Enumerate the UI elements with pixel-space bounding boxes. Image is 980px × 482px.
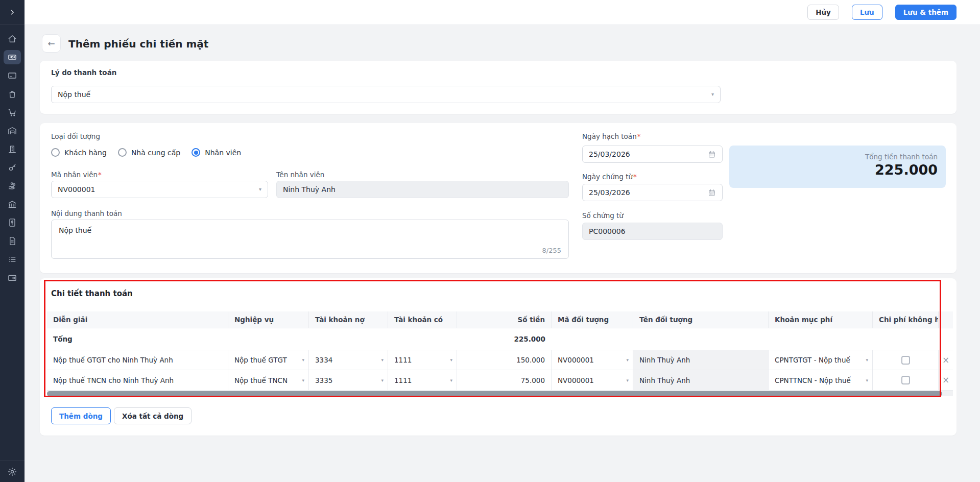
delete-row-icon[interactable]: × — [942, 376, 949, 384]
total-amount-value: 225.000 — [737, 162, 938, 178]
detail-section-title: Chi tiết thanh toán — [51, 289, 133, 298]
document-number-value: PC000006 — [589, 227, 716, 235]
horizontal-scrollbar[interactable] — [47, 391, 953, 396]
chevron-down-icon: ▾ — [711, 92, 714, 97]
sidebar-item-cash[interactable] — [0, 48, 25, 66]
delete-row-icon[interactable]: × — [942, 356, 949, 365]
cell-operation-select[interactable]: Nộp thuế GTGT▾ — [228, 350, 309, 370]
accounting-date-label: Ngày hạch toán* — [582, 132, 640, 140]
cancel-button[interactable]: Hủy — [807, 5, 839, 20]
sidebar-item-company[interactable] — [0, 140, 25, 158]
col-expense-item: Khoản mục phí — [769, 311, 873, 328]
sidebar-expand-button[interactable] — [0, 0, 25, 25]
key-icon — [7, 162, 17, 173]
col-invalid-expense: Chi phí không hợp — [873, 311, 939, 328]
table-row: Nộp thuế TNCN cho Ninh Thuỳ Anh Nộp thuế… — [47, 370, 953, 391]
col-amount: Số tiền — [457, 311, 552, 328]
arrow-left-icon: ← — [47, 38, 55, 49]
cell-amount[interactable]: 75.000 — [457, 370, 552, 390]
cell-invalid-expense — [873, 350, 939, 370]
sidebar — [0, 0, 25, 482]
chevron-down-icon: ▾ — [626, 378, 629, 383]
payment-content-value: Nộp thuế — [59, 226, 91, 234]
detail-table: Diễn giải Nghiệp vụ Tài khoản nợ Tài kho… — [47, 311, 953, 396]
sidebar-item-documents[interactable] — [0, 232, 25, 250]
radio-icon — [51, 148, 60, 157]
delete-all-rows-button[interactable]: Xóa tất cả dòng — [114, 407, 192, 424]
cell-delete: × — [939, 370, 953, 390]
radio-icon-selected — [192, 148, 200, 157]
accounting-date-input[interactable]: 25/03/2026 — [582, 146, 723, 163]
cash-icon — [7, 52, 17, 62]
cell-expense-item-select[interactable]: CPNTGTGT - Nộp thuế▾ — [769, 350, 873, 370]
col-debit-account: Tài khoản nợ — [309, 311, 388, 328]
sidebar-item-card[interactable] — [0, 66, 25, 85]
col-object-code: Mã đối tượng — [552, 311, 633, 328]
add-row-button[interactable]: Thêm dòng — [51, 407, 111, 424]
cell-object-code-select[interactable]: NV000001▾ — [552, 370, 633, 390]
save-button[interactable]: Lưu — [852, 5, 882, 20]
checkbox[interactable] — [901, 356, 910, 365]
back-button[interactable]: ← — [42, 34, 61, 53]
cell-object-code-select[interactable]: NV000001▾ — [552, 350, 633, 370]
radio-customer[interactable]: Khách hàng — [51, 148, 107, 157]
bank-icon — [7, 199, 17, 209]
calendar-icon — [708, 150, 716, 158]
col-credit-account: Tài khoản có — [388, 311, 457, 328]
sidebar-item-list[interactable] — [0, 250, 25, 269]
cell-debit-select[interactable]: 3334▾ — [309, 350, 388, 370]
total-amount-box: Tổng tiền thanh toán 225.000 — [729, 146, 946, 188]
cell-object-name: Ninh Thuỳ Anh — [633, 370, 769, 390]
radio-supplier[interactable]: Nhà cung cấp — [118, 148, 180, 157]
shopping-bag-icon — [7, 89, 17, 99]
table-row: Nộp thuế GTGT cho Ninh Thuỳ Anh Nộp thuế… — [47, 350, 953, 370]
cell-credit-select[interactable]: 1111▾ — [388, 350, 457, 370]
chevron-down-icon: ▾ — [302, 357, 304, 363]
payment-reason-value: Nộp thuế — [58, 90, 707, 99]
sidebar-item-invoice[interactable] — [0, 213, 25, 232]
chevron-down-icon: ▾ — [450, 378, 452, 383]
payment-reason-select[interactable]: Nộp thuế ▾ — [51, 86, 721, 103]
cell-operation-select[interactable]: Nộp thuế TNCN▾ — [228, 370, 309, 390]
sidebar-item-sales[interactable] — [0, 103, 25, 122]
col-description: Diễn giải — [47, 311, 228, 328]
scrollbar-thumb[interactable] — [47, 391, 942, 396]
cell-credit-select[interactable]: 1111▾ — [388, 370, 457, 390]
payment-reason-card: Lý do thanh toán Nộp thuế ▾ — [40, 61, 957, 114]
cell-amount[interactable]: 150.000 — [457, 350, 552, 370]
save-and-add-button[interactable]: Lưu & thêm — [895, 5, 957, 20]
cell-invalid-expense — [873, 370, 939, 390]
document-icon — [7, 236, 17, 246]
sidebar-item-assets[interactable] — [0, 158, 25, 177]
cell-expense-item-select[interactable]: CPNTTNCN - Nộp thuế▾ — [769, 370, 873, 390]
radio-employee[interactable]: Nhân viên — [192, 148, 241, 157]
checkbox[interactable] — [901, 376, 910, 384]
warehouse-icon — [7, 126, 17, 136]
document-date-label: Ngày chứng từ* — [582, 173, 637, 181]
wallet-icon — [7, 273, 17, 283]
cell-debit-select[interactable]: 3335▾ — [309, 370, 388, 390]
screen: Hủy Lưu Lưu & thêm ← Thêm phiếu chi tiền… — [0, 0, 980, 482]
building-icon — [7, 144, 17, 154]
chevron-down-icon: ▾ — [259, 187, 261, 192]
sidebar-item-purchases[interactable] — [0, 85, 25, 103]
sidebar-item-wallet[interactable] — [0, 269, 25, 287]
total-row-amount: 225.000 — [457, 328, 552, 350]
sidebar-item-bank[interactable] — [0, 195, 25, 213]
employee-code-select[interactable]: NV000001 ▾ — [51, 181, 268, 198]
cell-description[interactable]: Nộp thuế TNCN cho Ninh Thuỳ Anh — [47, 370, 228, 390]
sidebar-nav — [0, 25, 25, 287]
col-operation: Nghiệp vụ — [228, 311, 309, 328]
payment-content-textarea[interactable]: Nộp thuế 8/255 — [51, 220, 569, 259]
sidebar-item-home[interactable] — [0, 30, 25, 48]
sidebar-item-salary[interactable] — [0, 177, 25, 195]
radio-icon — [118, 148, 127, 157]
sidebar-item-warehouse[interactable] — [0, 122, 25, 140]
object-type-radio-group: Khách hàng Nhà cung cấp Nhân viên — [51, 148, 241, 157]
radio-label: Nhân viên — [205, 149, 241, 157]
document-date-input[interactable]: 25/03/2026 — [582, 184, 723, 201]
sidebar-item-settings[interactable] — [0, 461, 25, 482]
cell-description[interactable]: Nộp thuế GTGT cho Ninh Thuỳ Anh — [47, 350, 228, 370]
employee-name-value: Ninh Thuỳ Anh — [283, 185, 562, 194]
payment-detail-card: Chi tiết thanh toán Diễn giải Nghiệp vụ … — [40, 278, 957, 436]
